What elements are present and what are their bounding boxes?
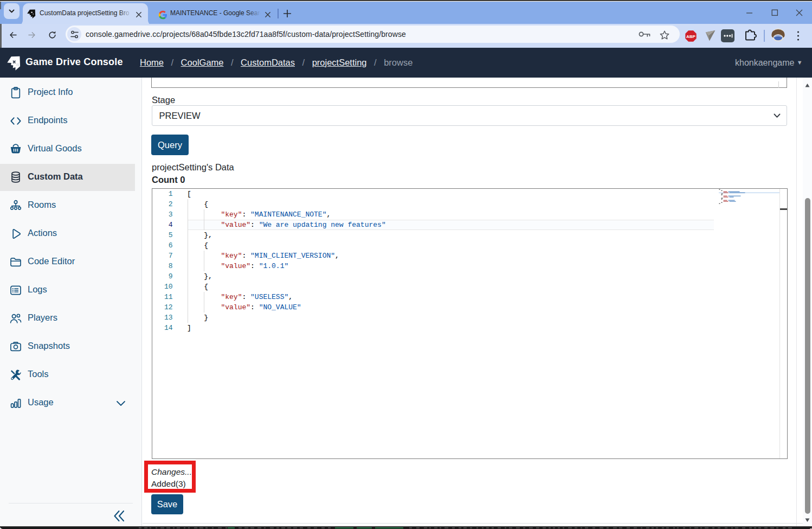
svg-text:31: 31: [16, 63, 19, 66]
svg-text:ABP: ABP: [686, 34, 695, 39]
